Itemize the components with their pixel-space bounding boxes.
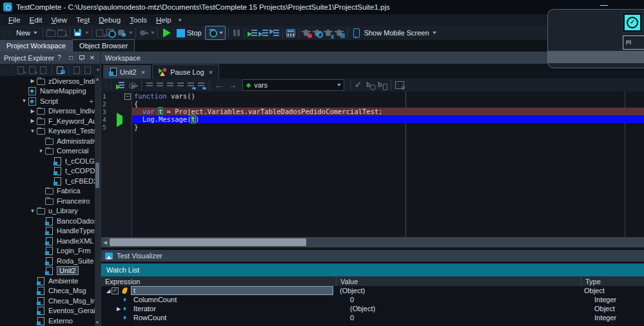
column-value[interactable]: Value	[337, 276, 581, 286]
run-project-icon[interactable]	[72, 65, 82, 75]
toggle-breakpoint-icon[interactable]	[302, 28, 312, 38]
toolbar-drag-handle[interactable]: ⋮⋮	[1, 30, 12, 37]
database-dropdown-caret[interactable]	[129, 32, 133, 34]
run-selected-icon[interactable]	[83, 65, 93, 75]
watch-row-rowcount[interactable]: ♦RowCount0Integer	[101, 313, 644, 322]
tree-expander-icon[interactable]: ▶	[29, 78, 36, 84]
debug-run-button[interactable]	[205, 26, 226, 40]
code-editor[interactable]: 1−2345 function vars(){ var t = Project.…	[101, 91, 644, 237]
watch-expression-cell[interactable]: ▶♦Iterator	[101, 305, 346, 312]
watch-expander-icon[interactable]: ▶	[115, 306, 122, 312]
add-script-icon[interactable]: +	[90, 97, 93, 105]
watch-expander-icon[interactable]: ◢	[105, 288, 112, 294]
menu-item-test[interactable]: Test	[72, 16, 94, 24]
scroll-left-icon[interactable]: ◀	[101, 240, 109, 245]
tree-item-namemapping[interactable]: NameMapping	[0, 86, 95, 97]
database-options-icon[interactable]	[117, 28, 127, 38]
run-to-cursor-icon[interactable]	[248, 28, 258, 38]
tab-close-icon[interactable]: ×	[141, 68, 145, 76]
close-file-icon[interactable]	[57, 28, 67, 38]
column-expression[interactable]: Expression	[101, 276, 337, 286]
watch-expression-label[interactable]: ColumnCount	[132, 296, 179, 303]
indent-left-icon[interactable]	[145, 81, 154, 90]
mobile-screen-icon[interactable]	[351, 28, 361, 38]
pause-icon[interactable]	[231, 28, 242, 38]
gutter-line[interactable]: 2	[101, 100, 132, 108]
record-icon[interactable]	[139, 28, 149, 38]
watch-expression-label[interactable]: t	[131, 286, 333, 295]
open-item-icon[interactable]	[39, 65, 48, 75]
add-project-suite-icon[interactable]: +	[16, 65, 26, 75]
watch-row-columncount[interactable]: ♦ColumnCount0Integer	[101, 295, 644, 304]
show-mobile-caret[interactable]	[433, 32, 436, 34]
tree-item-login_frm[interactable]: Login_Frm	[0, 246, 95, 256]
overlay-badge-box[interactable]: ✓	[622, 12, 643, 33]
code-line[interactable]: }	[132, 123, 644, 131]
scroll-down-icon[interactable]: ▼	[95, 320, 100, 326]
test-visualizer-bar[interactable]: Test Visualizer	[101, 250, 644, 262]
disable-debug-icon[interactable]: x	[324, 28, 334, 38]
step-into-icon[interactable]	[259, 28, 269, 38]
watch-expression-label[interactable]: RowCount	[132, 314, 168, 321]
watch-checkbox[interactable]: ✓	[112, 287, 119, 294]
tree-expander-icon[interactable]: ▶	[29, 118, 36, 124]
scroll-up-icon[interactable]: ▲	[95, 76, 100, 82]
code-line[interactable]: function vars()	[132, 92, 644, 100]
menu-item-view[interactable]: View	[46, 16, 72, 24]
menu-overflow-caret[interactable]: ▾	[176, 17, 184, 23]
tree-item-eventos_gerais[interactable]: Eventos_Gerais	[0, 306, 95, 316]
tree-expander-icon[interactable]: ▼	[29, 208, 36, 214]
tree-item-t_cfbed201[interactable]: t_cFBED201	[0, 176, 95, 186]
open-file-icon[interactable]	[46, 28, 56, 38]
tab-object-browser[interactable]: Object Browser	[72, 39, 135, 52]
watch-row-iterator[interactable]: ▶♦Iterator(Object)Object	[101, 304, 644, 313]
record-dropdown-caret[interactable]	[151, 32, 155, 34]
add-object-icon[interactable]	[95, 28, 105, 38]
editor-gutter[interactable]: 1−2345	[101, 91, 132, 237]
tree-item-roda_suite[interactable]: Roda_Suite	[0, 256, 95, 266]
watch-list-titlebar[interactable]: Watch List	[101, 264, 644, 276]
navigate-forward-icon[interactable]: →	[226, 81, 239, 90]
debug-run-caret[interactable]	[219, 32, 223, 34]
save-dropdown-caret[interactable]	[85, 32, 89, 34]
project-tree-scrollbar[interactable]: ▲ ▼	[95, 76, 100, 326]
editor-tab-unit2[interactable]: Unit2×	[103, 65, 151, 79]
code-line[interactable]: Log.Message(t)	[132, 115, 644, 123]
tree-item-ambiente[interactable]: Ambiente	[0, 276, 95, 286]
watch-expression-label[interactable]: Iterator	[132, 305, 158, 312]
tree-item-t_ccopd28[interactable]: t_cCOPD28	[0, 166, 95, 177]
tree-item-diversos_individual[interactable]: ▶Diversos_Individual	[0, 106, 95, 117]
inspect-debug-icon[interactable]	[313, 28, 323, 38]
comment-icon[interactable]	[176, 81, 185, 90]
new-dropdown-caret[interactable]	[34, 32, 37, 34]
editor-tab-pause-log[interactable]: Pause Log×	[152, 64, 219, 79]
menu-item-tools[interactable]: Tools	[125, 16, 151, 24]
code-fold-icon[interactable]: −	[124, 93, 131, 100]
tree-item-bancodados[interactable]: BancoDados	[0, 216, 95, 226]
menu-item-file[interactable]: File	[4, 16, 25, 24]
navigate-back-icon[interactable]: ←	[213, 81, 225, 90]
step-over-icon[interactable]	[269, 28, 280, 38]
editor-hscrollbar[interactable]: ◀	[101, 237, 644, 247]
tree-item-f_keyword_aux[interactable]: ▶F_Keyword_Aux	[0, 116, 95, 126]
tree-item-checa_msg_informati[interactable]: Checa_Msg_Informati	[0, 296, 95, 306]
watch-expression-cell[interactable]: ♦RowCount	[101, 314, 346, 321]
gutter-line[interactable]: 5	[101, 123, 132, 131]
run-routine-icon[interactable]	[116, 80, 126, 90]
toggle-visibility-icon[interactable]	[197, 81, 206, 90]
show-mobile-screen-button[interactable]: Show Mobile Screen	[362, 26, 439, 39]
gutter-line[interactable]: 4	[101, 115, 132, 123]
tree-item-handlexml[interactable]: HandleXML	[0, 236, 95, 246]
format-code-icon[interactable]	[166, 81, 175, 90]
tree-expander-icon[interactable]: ▼	[21, 98, 28, 104]
toggle-hidden-chars-icon[interactable]	[186, 81, 195, 90]
device-run-icon[interactable]: b	[377, 80, 387, 90]
editor-toolbar-handle[interactable]: ⋮⋮	[103, 82, 113, 89]
code-line[interactable]: {	[132, 100, 644, 108]
stop-button[interactable]: Stop	[174, 26, 204, 39]
new-button[interactable]: New	[14, 26, 40, 39]
run-button[interactable]	[161, 26, 173, 39]
organize-items-icon[interactable]	[55, 65, 65, 75]
menu-item-help[interactable]: Help	[151, 16, 176, 24]
editor-settings-icon[interactable]	[395, 80, 405, 90]
